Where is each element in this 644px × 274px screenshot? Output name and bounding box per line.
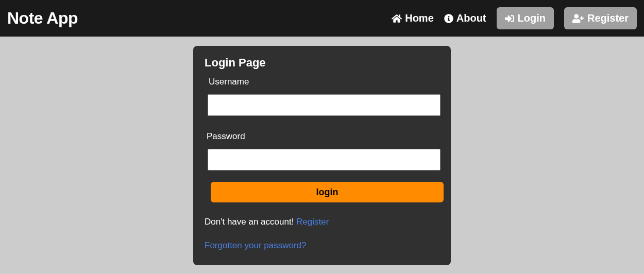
- login-submit-button[interactable]: login: [211, 182, 444, 202]
- forgot-password-link[interactable]: Forgotten your password?: [205, 241, 307, 250]
- app-brand[interactable]: Note App: [7, 9, 78, 28]
- about-label: About: [456, 12, 486, 24]
- username-input[interactable]: [208, 94, 440, 116]
- username-label: Username: [209, 77, 439, 87]
- home-icon: [392, 14, 402, 23]
- no-account-line: Don't have an account! Register: [205, 217, 439, 227]
- register-link[interactable]: Register: [296, 217, 329, 227]
- register-nav-label: Register: [587, 12, 629, 24]
- content-area: Login Page Username Password login Don't…: [0, 37, 644, 265]
- no-account-text: Don't have an account!: [205, 217, 296, 227]
- navbar: Note App Home About Login Register: [0, 0, 644, 37]
- login-nav-label: Login: [518, 12, 546, 24]
- home-label: Home: [405, 12, 434, 24]
- password-input[interactable]: [208, 149, 440, 170]
- info-icon: [444, 14, 453, 23]
- forgot-line: Forgotten your password?: [205, 241, 439, 251]
- login-card: Login Page Username Password login Don't…: [193, 46, 451, 265]
- about-link[interactable]: About: [444, 12, 486, 24]
- home-link[interactable]: Home: [392, 12, 434, 24]
- login-icon: [505, 14, 514, 23]
- user-plus-icon: [572, 14, 584, 23]
- card-footer: Don't have an account! Register Forgotte…: [205, 217, 439, 251]
- nav-items: Home About Login Register: [392, 7, 637, 29]
- login-nav-button[interactable]: Login: [497, 7, 554, 29]
- password-label: Password: [207, 131, 439, 142]
- card-title: Login Page: [205, 56, 439, 70]
- register-nav-button[interactable]: Register: [564, 7, 637, 29]
